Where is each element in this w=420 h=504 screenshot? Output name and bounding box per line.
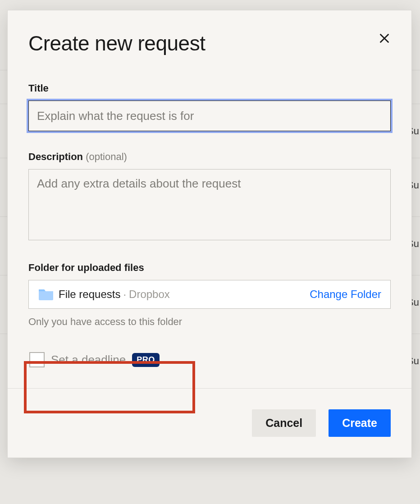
create-button[interactable]: Create: [329, 409, 391, 437]
folder-field: Folder for uploaded files File requests …: [28, 262, 391, 328]
folder-name: File requests: [59, 288, 120, 301]
description-input[interactable]: [28, 169, 391, 240]
pro-badge: PRO: [132, 353, 160, 367]
folder-box: File requests · Dropbox Change Folder: [28, 280, 391, 309]
dialog-body: Create new request Title Description (op…: [8, 10, 411, 388]
title-field: Title: [28, 82, 391, 131]
folder-access-note: Only you have access to this folder: [28, 316, 391, 328]
close-icon: [378, 32, 391, 45]
folder-path: Dropbox: [129, 288, 170, 301]
title-label: Title: [28, 82, 391, 94]
folder-icon: [38, 288, 54, 301]
folder-separator: ·: [123, 288, 126, 301]
title-input[interactable]: [28, 101, 391, 131]
deadline-checkbox[interactable]: [29, 352, 45, 367]
description-label: Description (optional): [28, 151, 391, 163]
dialog-title: Create new request: [28, 31, 391, 55]
description-label-text: Description: [28, 151, 83, 162]
dialog-footer: Cancel Create: [8, 388, 411, 458]
folder-label: Folder for uploaded files: [28, 262, 391, 274]
close-button[interactable]: [375, 29, 393, 47]
description-field: Description (optional): [28, 151, 391, 242]
cancel-button[interactable]: Cancel: [252, 409, 316, 437]
change-folder-button[interactable]: Change Folder: [310, 288, 381, 301]
create-request-dialog: Create new request Title Description (op…: [7, 10, 412, 458]
deadline-label: Set a deadline: [51, 353, 126, 367]
description-optional: (optional): [86, 151, 127, 162]
deadline-row: Set a deadline PRO: [28, 352, 391, 367]
